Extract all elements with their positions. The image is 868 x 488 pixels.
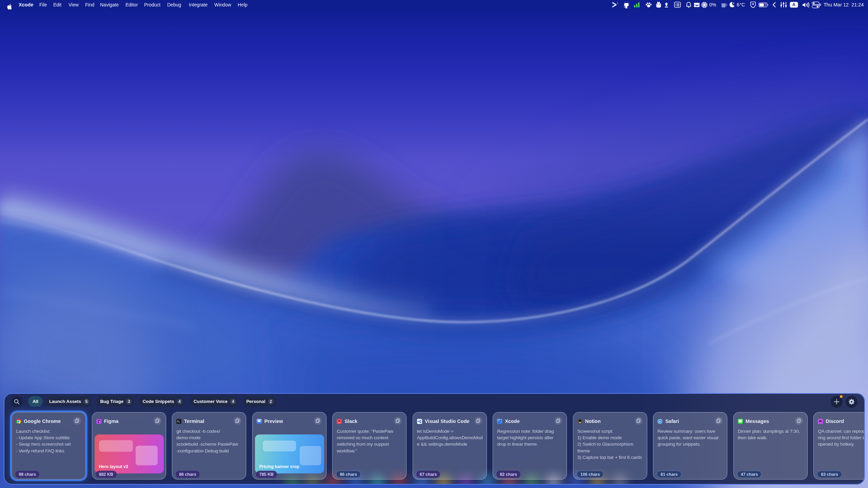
svg-text:1: 1 <box>617 1 618 5</box>
svg-text:A: A <box>792 2 795 7</box>
